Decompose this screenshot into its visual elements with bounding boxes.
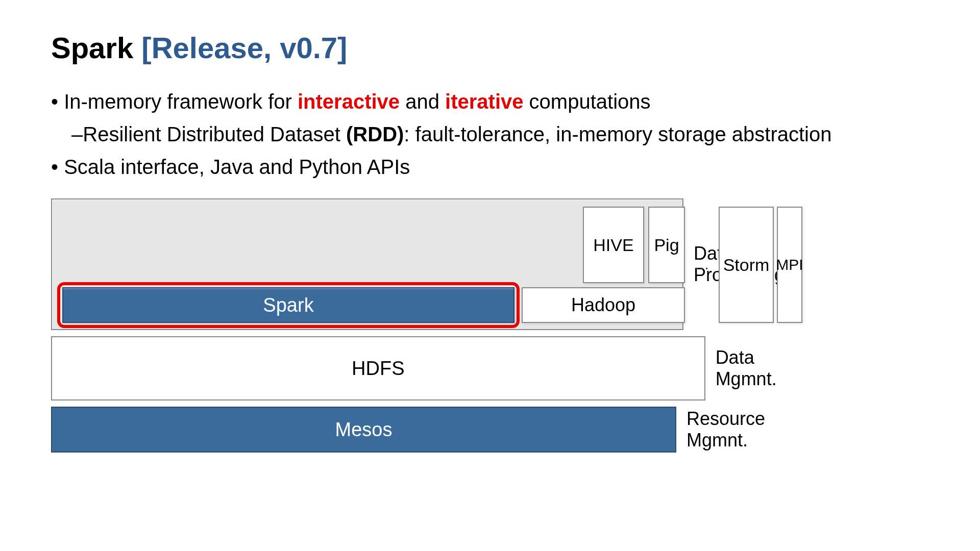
bullet-2: • Scala interface, Java and Python APIs xyxy=(51,151,929,183)
architecture-diagram: Spark Hadoop HIVE Pig … Storm MPI Data P… xyxy=(51,198,806,453)
slide: Spark [Release, v0.7] • In-memory framew… xyxy=(0,0,980,551)
data-processing-layer: Spark Hadoop HIVE Pig … Storm MPI xyxy=(51,198,683,330)
hadoop-box: Hadoop xyxy=(522,287,685,323)
bullet-1-text-post: computations xyxy=(523,90,650,113)
bullet-1-sub-rdd: (RDD) xyxy=(346,123,404,145)
mpi-box: MPI xyxy=(777,207,802,323)
data-processing-row: Spark Hadoop HIVE Pig … Storm MPI Data P… xyxy=(51,198,806,330)
mesos-box: Mesos xyxy=(51,407,676,453)
data-mgmt-row: HDFS Data Mgmnt. xyxy=(51,336,806,400)
storm-box: Storm xyxy=(719,207,774,323)
slide-title: Spark [Release, v0.7] xyxy=(51,31,929,65)
ellipsis-icon: … xyxy=(694,256,709,273)
resource-mgmt-label: Resource Mgmnt. xyxy=(687,408,806,451)
bullet-1: • In-memory framework for interactive an… xyxy=(51,85,929,118)
bullet-1-text-pre: In-memory framework for xyxy=(64,90,298,113)
bullet-1-text-mid: and xyxy=(400,90,445,113)
hive-box: HIVE xyxy=(583,207,644,283)
hdfs-box: HDFS xyxy=(51,336,705,400)
title-release: [Release, v0.7] xyxy=(141,31,347,64)
title-main: Spark xyxy=(51,31,141,64)
resource-mgmt-row: Mesos Resource Mgmnt. xyxy=(51,407,806,453)
bullet-list: • In-memory framework for interactive an… xyxy=(51,85,929,183)
pig-box: Pig xyxy=(648,207,685,283)
bullet-2-text: Scala interface, Java and Python APIs xyxy=(64,156,410,178)
bullet-1-sub-post: : fault-tolerance, in-memory storage abs… xyxy=(404,123,831,145)
spark-box: Spark xyxy=(62,287,514,323)
data-mgmt-label: Data Mgmnt. xyxy=(716,347,806,390)
bullet-1-sub-pre: Resilient Distributed Dataset xyxy=(83,123,346,145)
bullet-1-em-interactive: interactive xyxy=(298,90,400,113)
bullet-1-sub: –Resilient Distributed Dataset (RDD): fa… xyxy=(71,118,929,151)
bullet-1-em-iterative: iterative xyxy=(445,90,523,113)
